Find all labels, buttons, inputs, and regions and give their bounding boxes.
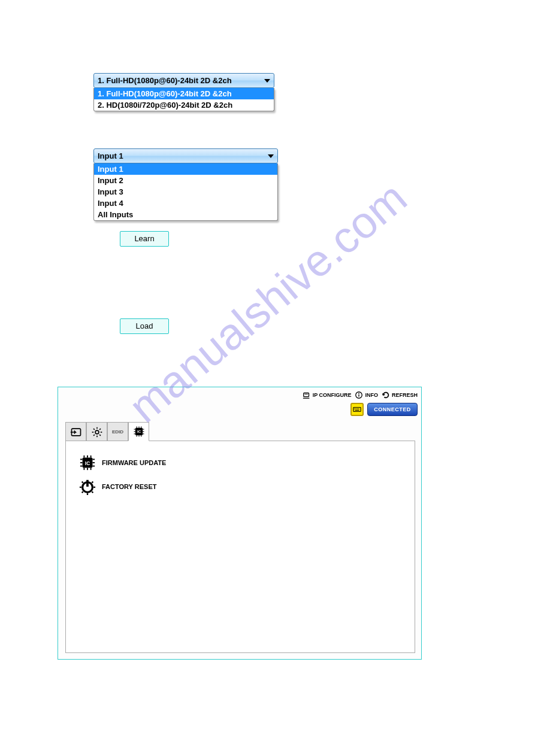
svg-rect-9 — [358, 408, 359, 409]
svg-line-17 — [93, 429, 95, 430]
tab-edid[interactable]: EDID — [107, 422, 128, 441]
edid-mode-option[interactable]: 2. HD(1080i/720p@60)-24bit 2D &2ch — [94, 99, 274, 111]
svg-line-57 — [92, 491, 93, 493]
chip-icon: IC — [79, 454, 96, 471]
input-option[interactable]: Input 4 — [94, 198, 277, 209]
input-dropdown-head[interactable]: Input 1 — [93, 148, 278, 163]
connection-row: CONNECTED — [350, 403, 418, 416]
factory-reset-row[interactable]: FACTORY RESET — [66, 475, 415, 499]
info-link[interactable]: INFO — [355, 391, 378, 399]
svg-line-55 — [92, 482, 93, 483]
load-button[interactable]: Load — [120, 318, 169, 334]
tab-bar: EDID IC — [65, 422, 149, 441]
svg-line-56 — [82, 491, 83, 493]
firmware-update-label: FIRMWARE UPDATE — [102, 459, 166, 466]
edid-mode-dropdown-list: 1. Full-HD(1080p@60)-24bit 2D &2ch 2. HD… — [93, 88, 274, 111]
input-option[interactable]: All Inputs — [94, 209, 277, 220]
svg-rect-1 — [304, 394, 307, 394]
factory-reset-label: FACTORY RESET — [102, 483, 156, 490]
connected-label: CONNECTED — [374, 406, 411, 412]
svg-rect-8 — [357, 408, 358, 409]
edid-mode-dropdown[interactable]: 1. Full-HD(1080p@60)-24bit 2D &2ch 1. Fu… — [93, 73, 274, 111]
input-dropdown[interactable]: Input 1 Input 1 Input 2 Input 3 Input 4 … — [93, 148, 278, 221]
tab-input[interactable] — [65, 422, 86, 441]
firmware-update-row[interactable]: IC FIRMWARE UPDATE — [66, 451, 415, 475]
chevron-down-icon — [268, 154, 274, 158]
svg-rect-10 — [355, 410, 359, 411]
input-option[interactable]: Input 2 — [94, 175, 277, 186]
system-panel: IP CONFIGURE INFO REFRESH CONNECTED — [58, 387, 422, 660]
svg-rect-50 — [86, 480, 89, 487]
power-icon — [79, 478, 96, 495]
keyboard-button[interactable] — [350, 403, 364, 416]
svg-point-4 — [359, 393, 360, 394]
learn-button[interactable]: Learn — [120, 231, 169, 247]
svg-rect-3 — [359, 394, 359, 397]
svg-line-20 — [99, 429, 101, 430]
svg-line-18 — [99, 435, 101, 436]
tab-settings[interactable] — [86, 422, 107, 441]
chip-icon: IC — [133, 426, 145, 438]
topbar: IP CONFIGURE INFO REFRESH — [303, 391, 418, 399]
info-label: INFO — [365, 392, 378, 398]
refresh-link[interactable]: REFRESH — [382, 391, 418, 399]
svg-text:IC: IC — [137, 429, 141, 433]
svg-rect-0 — [303, 393, 309, 397]
input-dropdown-list: Input 1 Input 2 Input 3 Input 4 All Inpu… — [93, 163, 278, 221]
svg-line-19 — [93, 435, 95, 436]
svg-text:IC: IC — [85, 460, 90, 466]
chevron-down-icon — [264, 79, 270, 83]
svg-line-54 — [82, 482, 83, 483]
edid-mode-selected: 1. Full-HD(1080p@60)-24bit 2D &2ch — [98, 76, 232, 85]
svg-rect-6 — [355, 408, 355, 409]
keyboard-icon — [353, 405, 361, 414]
ip-configure-label: IP CONFIGURE — [313, 392, 352, 398]
svg-rect-5 — [353, 408, 361, 412]
input-option[interactable]: Input 1 — [94, 163, 277, 175]
input-option[interactable]: Input 3 — [94, 186, 277, 198]
connected-button[interactable]: CONNECTED — [367, 403, 418, 416]
svg-point-12 — [95, 430, 99, 434]
tab-body: IC FIRMWARE UPDATE — [65, 441, 415, 653]
edid-mode-option[interactable]: 1. Full-HD(1080p@60)-24bit 2D &2ch — [94, 88, 274, 99]
input-icon — [70, 426, 82, 438]
tab-system[interactable]: IC — [128, 422, 149, 441]
edid-tab-label: EDID — [112, 429, 123, 435]
ip-configure-icon — [303, 391, 311, 399]
refresh-icon — [382, 391, 390, 399]
edid-mode-dropdown-head[interactable]: 1. Full-HD(1080p@60)-24bit 2D &2ch — [93, 73, 274, 88]
input-selected: Input 1 — [98, 151, 123, 160]
gear-icon — [91, 426, 103, 438]
ip-configure-link[interactable]: IP CONFIGURE — [303, 391, 352, 399]
svg-rect-7 — [356, 408, 356, 409]
info-icon — [355, 391, 363, 399]
refresh-label: REFRESH — [392, 392, 418, 398]
